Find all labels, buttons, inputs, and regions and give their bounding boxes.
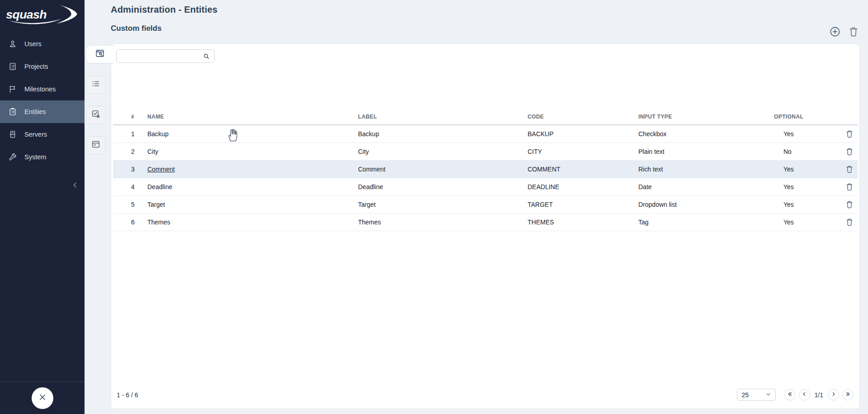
row-delete-button[interactable]	[845, 147, 854, 156]
row-delete-button[interactable]	[845, 129, 854, 138]
chevron-right-icon	[830, 391, 837, 399]
sidebar-item-milestones[interactable]: Milestones	[0, 78, 85, 100]
delete-custom-field-button[interactable]	[848, 26, 859, 38]
cell-name-link[interactable]: City	[147, 148, 358, 155]
row-delete-button[interactable]	[845, 182, 854, 191]
cell-name-link[interactable]: Comment	[147, 166, 175, 173]
chevrons-left-icon	[787, 391, 793, 399]
row-delete-button[interactable]	[845, 218, 854, 227]
table-row[interactable]: 5 Target Target TARGET Dropdown list Yes	[113, 196, 858, 214]
cell-code: BACKUP	[528, 130, 638, 138]
cell-num: 6	[127, 219, 147, 226]
search-input[interactable]	[116, 49, 215, 63]
row-delete-button[interactable]	[845, 165, 854, 174]
cell-code: CITY	[528, 148, 638, 155]
project-file-icon	[8, 62, 17, 71]
column-header-name[interactable]: NAME	[147, 114, 358, 120]
cell-num: 5	[127, 201, 147, 208]
cell-label: Comment	[358, 166, 528, 173]
cell-optional: Yes	[774, 219, 840, 226]
squash-logo: squash	[0, 0, 85, 28]
cell-code: COMMENT	[528, 166, 638, 173]
page-title: Administration - Entities	[111, 5, 217, 15]
list-icon	[91, 79, 101, 90]
first-page-button[interactable]	[784, 389, 796, 400]
sidebar-item-entities[interactable]: Entities	[0, 100, 85, 123]
add-custom-field-button[interactable]	[829, 26, 841, 38]
sidebar-item-label: Milestones	[24, 86, 56, 93]
page-size-select[interactable]: 25	[737, 389, 776, 401]
tab-info-lists[interactable]	[86, 76, 106, 94]
cell-num: 2	[127, 148, 147, 155]
table-row[interactable]: 1 Backup Backup BACKUP Checkbox Yes	[113, 125, 858, 143]
cell-input-type: Rich text	[638, 166, 774, 173]
sidebar-item-users[interactable]: Users	[0, 33, 85, 55]
cell-num: 3	[127, 166, 147, 173]
row-delete-button[interactable]	[845, 200, 854, 209]
column-header-code[interactable]: CODE	[528, 114, 638, 120]
sidebar-item-servers[interactable]: Servers	[0, 123, 85, 146]
panel-icon	[91, 139, 101, 151]
checkbox-link-icon	[91, 109, 101, 121]
cell-code: THEMES	[528, 219, 638, 226]
cell-name-link[interactable]: Target	[147, 201, 358, 208]
user-icon	[8, 39, 17, 48]
wrench-icon	[8, 152, 17, 162]
sidebar: squash Users Projects Milestones Enti	[0, 0, 85, 414]
sidebar-item-label: Servers	[24, 131, 47, 138]
cell-name-link[interactable]: Deadline	[147, 183, 358, 190]
chevron-left-icon	[801, 391, 807, 399]
cell-label: Deadline	[358, 183, 528, 190]
cell-name-link[interactable]: Backup	[147, 130, 358, 138]
tab-custom-fields[interactable]	[86, 45, 113, 63]
cell-num: 1	[127, 130, 147, 138]
cell-name-link[interactable]: Themes	[147, 219, 358, 226]
cell-optional: Yes	[774, 130, 840, 138]
sidebar-nav: Users Projects Milestones Entities Serve…	[0, 33, 85, 168]
cell-label: Backup	[358, 130, 528, 138]
svg-text:squash: squash	[6, 8, 47, 21]
last-page-button[interactable]	[842, 389, 854, 400]
sidebar-collapse-button[interactable]	[69, 180, 81, 192]
column-header-label[interactable]: LABEL	[358, 114, 528, 120]
close-icon	[38, 393, 47, 404]
table-header-row: # NAME LABEL CODE INPUT TYPE OPTIONAL	[113, 109, 858, 125]
table-row-hovered[interactable]: 3 Comment Comment COMMENT Rich text Yes	[113, 161, 858, 178]
chevrons-right-icon	[845, 391, 851, 399]
sidebar-item-projects[interactable]: Projects	[0, 55, 85, 78]
cell-optional: No	[774, 148, 840, 155]
tab-display-panel[interactable]	[86, 136, 106, 154]
table-row[interactable]: 2 City City CITY Plain text No	[113, 143, 858, 161]
flag-icon	[8, 85, 17, 94]
sidebar-item-label: Projects	[24, 63, 48, 70]
custom-fields-panel: # NAME LABEL CODE INPUT TYPE OPTIONAL 1 …	[111, 43, 860, 409]
sidebar-item-system[interactable]: System	[0, 146, 85, 168]
column-header-input-type[interactable]: INPUT TYPE	[638, 114, 774, 120]
cell-optional: Yes	[774, 166, 840, 173]
tab-requirement-links[interactable]	[86, 106, 106, 124]
table-row[interactable]: 6 Themes Themes THEMES Tag Yes	[113, 214, 858, 231]
previous-page-button[interactable]	[799, 389, 810, 400]
clipboard-icon	[8, 107, 17, 116]
close-admin-button[interactable]	[32, 387, 53, 409]
cell-num: 4	[127, 183, 147, 190]
column-header-optional[interactable]: OPTIONAL	[774, 114, 840, 120]
cell-label: Target	[358, 201, 528, 208]
sidebar-item-label: Entities	[24, 108, 46, 115]
chevron-down-icon	[765, 391, 771, 399]
cell-input-type: Plain text	[638, 148, 774, 155]
cell-optional: Yes	[774, 183, 840, 190]
column-header-num[interactable]: #	[127, 114, 147, 120]
next-page-button[interactable]	[828, 389, 839, 400]
cell-input-type: Tag	[638, 219, 774, 226]
cell-code: DEADLINE	[528, 183, 638, 190]
cell-input-type: Date	[638, 183, 774, 190]
form-search-icon	[95, 48, 105, 60]
entities-tabstrip	[85, 0, 114, 414]
server-icon	[8, 130, 17, 139]
results-range: 1 - 6 / 6	[117, 391, 138, 399]
table-row[interactable]: 4 Deadline Deadline DEADLINE Date Yes	[113, 178, 858, 196]
cell-input-type: Dropdown list	[638, 201, 774, 208]
sidebar-item-label: Users	[24, 40, 42, 48]
cell-label: City	[358, 148, 528, 155]
